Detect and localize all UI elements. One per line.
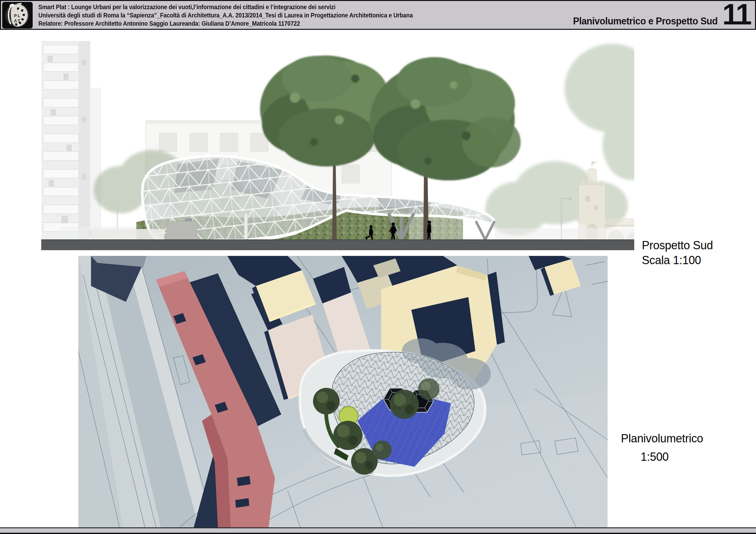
site-plan-caption-title: Planivolumetrico	[621, 429, 703, 448]
elevation-caption-scale: Scala 1:100	[642, 253, 713, 268]
thesis-info-line1: Smart Plat : Lounge Urbani per la valori…	[39, 3, 413, 11]
elevation-caption: Prospetto Sud Scala 1:100	[642, 238, 713, 268]
footer-strip	[0, 527, 756, 534]
elevation-drawing	[41, 40, 634, 250]
site-plan-caption-scale: 1:500	[640, 448, 703, 466]
logo-letters-bottom: AT	[14, 18, 21, 23]
site-plan-caption: Planivolumetrico 1:500	[621, 429, 703, 466]
smartplat-logo: PL AT	[2, 2, 33, 29]
elevation-caption-title: Prospetto Sud	[642, 238, 713, 253]
thesis-info-line2: Università degli studi di Roma la “Sapie…	[39, 11, 413, 19]
logo-letters-top: PL	[14, 13, 21, 18]
tall-apartment-building	[42, 41, 101, 240]
thesis-info-line3: Relatore: Professore Architetto Antonino…	[39, 19, 413, 28]
title-bar: PL AT Smart Plat : Lounge Urbani per la …	[0, 0, 756, 30]
thesis-info: Smart Plat : Lounge Urbani per la valori…	[39, 3, 413, 28]
canopy-base-wall	[92, 229, 164, 240]
site-plan-drawing	[78, 256, 608, 527]
elevation-ground-bar	[41, 240, 634, 250]
canopy-interior-box	[167, 221, 197, 240]
tree-crown	[370, 57, 521, 180]
panel-title: Planivolumetrico e Prospetto Sud	[573, 15, 717, 27]
panel-number: 11	[722, 0, 751, 30]
